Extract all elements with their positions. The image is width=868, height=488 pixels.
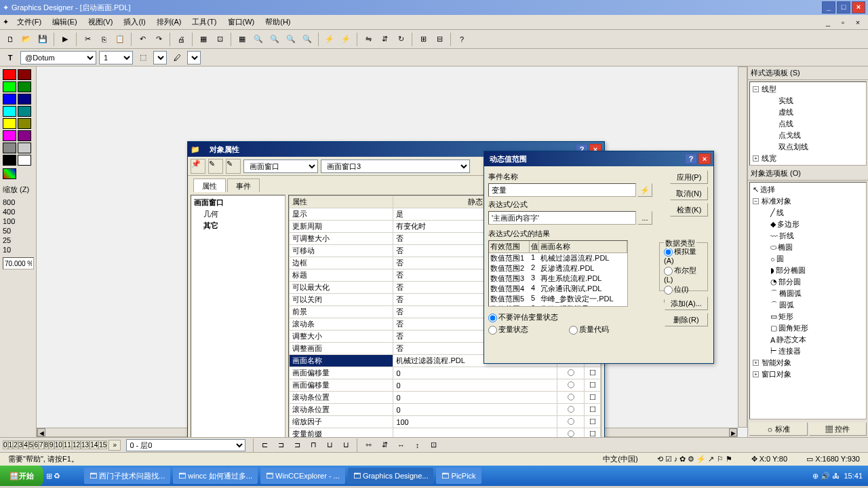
maximize-button[interactable]: □ bbox=[837, 1, 850, 14]
radio-bit[interactable]: 位(I) bbox=[664, 284, 703, 295]
menu-edit[interactable]: 编辑(E) bbox=[47, 16, 83, 29]
align-center-icon[interactable]: ⊐ bbox=[273, 438, 288, 453]
zoomout-icon[interactable]: 🔍 bbox=[267, 32, 282, 47]
canvas-area[interactable]: ◄ ► 📁 对象属性 ? × 📌 ✎ ✎ 画面窗口 画面窗口3 属性 事件 bbox=[37, 67, 747, 437]
font-name-select[interactable]: @Dotum bbox=[20, 51, 96, 64]
tab-properties[interactable]: 属性 bbox=[193, 179, 226, 192]
layer-15[interactable]: 15 bbox=[98, 440, 107, 449]
layer-14[interactable]: 14 bbox=[90, 440, 98, 449]
style-dashdot[interactable]: 点戈线 bbox=[751, 130, 865, 141]
obj-ellipse-arc[interactable]: ⌒ 椭圆弧 bbox=[751, 288, 865, 299]
tree-other[interactable]: 其它 bbox=[193, 220, 283, 231]
tray-icons[interactable]: ⊕ 🔊 🖧 bbox=[812, 472, 840, 481]
menu-arrange[interactable]: 排列(A) bbox=[151, 16, 187, 29]
radio-varstatus[interactable]: 变量状态 bbox=[488, 324, 528, 335]
color-lightgray[interactable] bbox=[18, 143, 31, 153]
task-item[interactable]: 🗔 wincc 如何通过多... bbox=[173, 468, 258, 484]
mdi-minimize[interactable]: _ bbox=[821, 15, 835, 30]
tray-clock[interactable]: 15:41 bbox=[844, 472, 863, 480]
layer-12[interactable]: 12 bbox=[72, 440, 81, 449]
style-dot[interactable]: 点线 bbox=[751, 118, 865, 130]
layer-6[interactable]: 6 bbox=[33, 440, 39, 449]
obj-apply-icon[interactable]: ✎ bbox=[226, 159, 241, 174]
task-item[interactable]: 🗔 西门子技术问题找... bbox=[84, 468, 170, 484]
expand-icon[interactable]: + bbox=[753, 155, 759, 162]
range-row[interactable]: 数值范围33再生系统流程.PDL bbox=[489, 274, 627, 284]
obj-circle[interactable]: ○ 圆 bbox=[751, 253, 865, 265]
expr-browse-button[interactable]: ... bbox=[637, 211, 652, 225]
quicklaunch-icon[interactable]: ♻ bbox=[54, 472, 60, 481]
obj-pin-icon[interactable]: 📌 bbox=[191, 159, 205, 174]
save-icon[interactable]: 💾 bbox=[35, 32, 50, 47]
obj-roundrect[interactable]: ▢ 圆角矩形 bbox=[751, 322, 865, 334]
align-top-icon[interactable]: ⊓ bbox=[306, 438, 321, 453]
ungroup-icon[interactable]: ⊟ bbox=[432, 32, 447, 47]
range-row[interactable]: 数值范围55华峰_参数设定一.PDL bbox=[489, 294, 627, 304]
radio-bool[interactable]: 布尔型(L) bbox=[664, 265, 703, 284]
color-olive[interactable] bbox=[18, 118, 31, 129]
color-icon[interactable]: 🖊 bbox=[170, 50, 184, 65]
same-height-icon[interactable]: ↕ bbox=[410, 438, 425, 453]
obj-select[interactable]: ↖ 选择 bbox=[751, 184, 865, 195]
layer-8[interactable]: 8 bbox=[44, 440, 50, 449]
task-item[interactable]: 🗔 PicPick bbox=[436, 468, 481, 484]
color-red[interactable] bbox=[3, 69, 16, 80]
link-icon[interactable]: ⚡ bbox=[322, 32, 337, 47]
event-trigger-button[interactable]: ⚡ bbox=[637, 183, 652, 197]
align-right-icon[interactable]: ⊐ bbox=[290, 438, 304, 453]
minimize-button[interactable]: _ bbox=[822, 1, 835, 14]
color-magenta[interactable] bbox=[3, 130, 16, 141]
linetype-label[interactable]: 线型 bbox=[762, 84, 776, 94]
run-icon[interactable]: ▶ bbox=[58, 32, 73, 47]
radio-noeval[interactable]: 不要评估变量状态 bbox=[488, 313, 558, 321]
system-tray[interactable]: ⊕ 🔊 🖧 15:41 bbox=[807, 472, 868, 481]
style-dashdotdot[interactable]: 双点划线 bbox=[751, 141, 865, 153]
dyn-dialog-help[interactable]: ? bbox=[685, 153, 697, 164]
prop-row[interactable]: 画面偏移量0☐ bbox=[290, 367, 601, 379]
prop-row[interactable]: 缩放因子100☐ bbox=[290, 416, 601, 428]
delete-button[interactable]: 删除(R) bbox=[665, 313, 708, 326]
color-darkred[interactable] bbox=[18, 69, 31, 80]
range-row[interactable]: 数值范围66华峰_报警记录.PDL bbox=[489, 304, 627, 307]
color-white[interactable] bbox=[18, 155, 31, 166]
color-yellow[interactable] bbox=[3, 118, 16, 129]
align-left-icon[interactable]: ⊏ bbox=[257, 438, 272, 453]
obj-tree[interactable]: 画面窗口 几何 其它 bbox=[191, 195, 285, 437]
color-green[interactable] bbox=[3, 81, 16, 92]
fliph-icon[interactable]: ⇋ bbox=[361, 32, 376, 47]
new-icon[interactable]: 🗋 bbox=[3, 32, 18, 47]
color-darkcyan[interactable] bbox=[18, 106, 31, 117]
same-size-icon[interactable]: ⊡ bbox=[426, 438, 441, 453]
paste-icon[interactable]: 📋 bbox=[113, 32, 127, 47]
style-solid[interactable]: 实线 bbox=[751, 95, 865, 107]
align-middle-icon[interactable]: ⊔ bbox=[322, 438, 337, 453]
menu-window[interactable]: 窗口(W) bbox=[222, 16, 260, 29]
add-button[interactable]: 添加(A)... bbox=[665, 297, 708, 310]
undo-icon[interactable]: ↶ bbox=[135, 32, 150, 47]
snap-icon[interactable]: ⊡ bbox=[212, 32, 227, 47]
zoomin-icon[interactable]: 🔍 bbox=[251, 32, 266, 47]
btn-controls[interactable]: ▦ 控件 bbox=[809, 422, 867, 436]
task-item[interactable]: 🗔 WinCCExplorer - ... bbox=[260, 468, 345, 484]
layer-11[interactable]: 11 bbox=[63, 440, 72, 449]
radio-analog[interactable]: 模拟量(A) bbox=[664, 246, 703, 265]
prop-row[interactable]: 滚动条位置0☐ bbox=[290, 392, 601, 404]
grid2-icon[interactable]: ▦ bbox=[235, 32, 250, 47]
align-v-select[interactable] bbox=[187, 51, 201, 64]
obj-static-text[interactable]: A 静态文本 bbox=[751, 334, 865, 345]
obj-partial-ellipse[interactable]: ◗ 部分椭圆 bbox=[751, 265, 865, 276]
expr-input[interactable] bbox=[488, 211, 636, 225]
quicklaunch-icon[interactable]: ⊞ bbox=[46, 472, 52, 481]
color-cyan[interactable] bbox=[3, 106, 16, 117]
layer-more[interactable]: » bbox=[108, 440, 121, 451]
cancel-button[interactable]: 取消(N) bbox=[670, 187, 708, 200]
task-item[interactable]: 🗔 Graphics Designe... bbox=[348, 468, 434, 484]
layer-10[interactable]: 10 bbox=[54, 440, 63, 449]
print-icon[interactable]: 🖨 bbox=[174, 32, 189, 47]
start-button[interactable]: 🪟 开始 bbox=[0, 466, 43, 486]
cut-icon[interactable]: ✂ bbox=[80, 32, 95, 47]
obj-ellipse[interactable]: ⬭ 椭圆 bbox=[751, 242, 865, 253]
std-objects[interactable]: 标准对象 bbox=[762, 196, 791, 206]
obj-partial-circle[interactable]: ◔ 部分圆 bbox=[751, 276, 865, 288]
layer-0[interactable]: 0 bbox=[3, 440, 8, 449]
